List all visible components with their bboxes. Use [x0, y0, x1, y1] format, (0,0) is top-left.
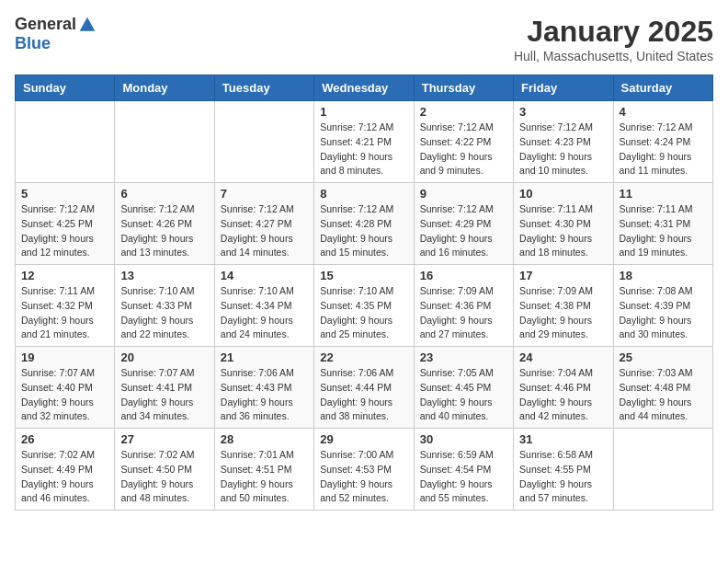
day-number: 11: [620, 187, 707, 201]
calendar-day-12: 12Sunrise: 7:11 AM Sunset: 4:32 PM Dayli…: [16, 265, 115, 347]
day-info: Sunrise: 7:06 AM Sunset: 4:43 PM Dayligh…: [221, 366, 308, 424]
calendar-day-16: 16Sunrise: 7:09 AM Sunset: 4:36 PM Dayli…: [414, 265, 513, 347]
day-info: Sunrise: 7:02 AM Sunset: 4:50 PM Dayligh…: [120, 448, 208, 506]
day-number: 14: [221, 269, 308, 282]
calendar-day-7: 7Sunrise: 7:12 AM Sunset: 4:27 PM Daylig…: [214, 183, 313, 265]
calendar-week-1: 1Sunrise: 7:12 AM Sunset: 4:21 PM Daylig…: [16, 101, 713, 183]
day-number: 17: [519, 269, 607, 282]
day-info: Sunrise: 7:12 AM Sunset: 4:29 PM Dayligh…: [420, 202, 507, 260]
day-info: Sunrise: 7:06 AM Sunset: 4:44 PM Dayligh…: [320, 366, 407, 424]
day-number: 26: [21, 432, 108, 446]
day-info: Sunrise: 7:10 AM Sunset: 4:35 PM Dayligh…: [320, 284, 407, 342]
day-info: Sunrise: 7:03 AM Sunset: 4:48 PM Dayligh…: [620, 366, 707, 424]
day-info: Sunrise: 7:12 AM Sunset: 4:28 PM Dayligh…: [320, 202, 407, 260]
calendar-day-2: 2Sunrise: 7:12 AM Sunset: 4:22 PM Daylig…: [414, 101, 513, 183]
day-info: Sunrise: 7:11 AM Sunset: 4:31 PM Dayligh…: [620, 202, 707, 260]
calendar-day-11: 11Sunrise: 7:11 AM Sunset: 4:31 PM Dayli…: [613, 183, 712, 265]
day-number: 5: [21, 187, 108, 201]
day-number: 27: [120, 432, 208, 446]
calendar-day-15: 15Sunrise: 7:10 AM Sunset: 4:35 PM Dayli…: [314, 265, 414, 347]
day-number: 10: [519, 187, 607, 201]
logo: General Blue: [15, 15, 97, 53]
day-info: Sunrise: 7:11 AM Sunset: 4:30 PM Dayligh…: [519, 202, 607, 260]
calendar-day-13: 13Sunrise: 7:10 AM Sunset: 4:33 PM Dayli…: [115, 265, 214, 347]
calendar-week-2: 5Sunrise: 7:12 AM Sunset: 4:25 PM Daylig…: [16, 183, 713, 265]
calendar-day-10: 10Sunrise: 7:11 AM Sunset: 4:30 PM Dayli…: [514, 183, 613, 265]
day-number: 24: [519, 350, 607, 364]
day-info: Sunrise: 7:08 AM Sunset: 4:39 PM Dayligh…: [620, 284, 707, 342]
calendar-day-29: 29Sunrise: 7:00 AM Sunset: 4:53 PM Dayli…: [314, 429, 414, 511]
day-number: 22: [320, 350, 407, 364]
calendar-week-3: 12Sunrise: 7:11 AM Sunset: 4:32 PM Dayli…: [16, 265, 713, 347]
day-number: 21: [221, 350, 308, 364]
weekday-header-friday: Friday: [514, 75, 613, 101]
weekday-header-row: SundayMondayTuesdayWednesdayThursdayFrid…: [16, 75, 713, 101]
weekday-header-thursday: Thursday: [414, 75, 513, 101]
calendar-empty-cell: [16, 101, 115, 183]
weekday-header-wednesday: Wednesday: [314, 75, 414, 101]
day-number: 8: [320, 187, 407, 201]
day-number: 28: [221, 432, 308, 446]
logo-icon: [78, 16, 97, 34]
day-info: Sunrise: 6:59 AM Sunset: 4:54 PM Dayligh…: [420, 448, 507, 506]
calendar-day-18: 18Sunrise: 7:08 AM Sunset: 4:39 PM Dayli…: [613, 265, 712, 347]
calendar-day-25: 25Sunrise: 7:03 AM Sunset: 4:48 PM Dayli…: [613, 347, 712, 429]
weekday-header-sunday: Sunday: [16, 75, 115, 101]
title-area: January 2025 Hull, Massachusetts, United…: [514, 15, 713, 63]
calendar-empty-cell: [115, 101, 214, 183]
page-header: General Blue January 2025 Hull, Massachu…: [15, 15, 713, 63]
day-number: 15: [320, 269, 407, 282]
calendar-day-5: 5Sunrise: 7:12 AM Sunset: 4:25 PM Daylig…: [16, 183, 115, 265]
day-number: 2: [420, 105, 507, 119]
svg-marker-0: [80, 17, 96, 30]
calendar-day-31: 31Sunrise: 6:58 AM Sunset: 4:55 PM Dayli…: [514, 429, 613, 511]
calendar-empty-cell: [214, 101, 313, 183]
calendar-day-19: 19Sunrise: 7:07 AM Sunset: 4:40 PM Dayli…: [16, 347, 115, 429]
weekday-header-tuesday: Tuesday: [214, 75, 313, 101]
day-info: Sunrise: 7:12 AM Sunset: 4:25 PM Dayligh…: [21, 202, 108, 260]
day-info: Sunrise: 6:58 AM Sunset: 4:55 PM Dayligh…: [519, 448, 607, 506]
calendar-day-9: 9Sunrise: 7:12 AM Sunset: 4:29 PM Daylig…: [414, 183, 513, 265]
day-number: 7: [221, 187, 308, 201]
day-info: Sunrise: 7:05 AM Sunset: 4:45 PM Dayligh…: [420, 366, 507, 424]
day-number: 9: [420, 187, 507, 201]
calendar-table: SundayMondayTuesdayWednesdayThursdayFrid…: [15, 75, 713, 511]
calendar-day-3: 3Sunrise: 7:12 AM Sunset: 4:23 PM Daylig…: [514, 101, 613, 183]
day-number: 18: [620, 269, 707, 282]
day-number: 31: [519, 432, 607, 446]
calendar-day-14: 14Sunrise: 7:10 AM Sunset: 4:34 PM Dayli…: [214, 265, 313, 347]
day-info: Sunrise: 7:12 AM Sunset: 4:23 PM Dayligh…: [519, 121, 607, 178]
day-info: Sunrise: 7:09 AM Sunset: 4:38 PM Dayligh…: [519, 284, 607, 342]
day-info: Sunrise: 7:12 AM Sunset: 4:21 PM Dayligh…: [320, 121, 407, 178]
day-info: Sunrise: 7:10 AM Sunset: 4:34 PM Dayligh…: [221, 284, 308, 342]
day-number: 1: [320, 105, 407, 119]
day-info: Sunrise: 7:07 AM Sunset: 4:41 PM Dayligh…: [120, 366, 208, 424]
calendar-day-26: 26Sunrise: 7:02 AM Sunset: 4:49 PM Dayli…: [16, 429, 115, 511]
day-number: 12: [21, 269, 108, 282]
logo-blue-text: Blue: [15, 34, 51, 53]
logo-general-text: General: [15, 15, 76, 34]
month-title: January 2025: [514, 15, 713, 49]
day-number: 3: [519, 105, 607, 119]
day-number: 19: [21, 350, 108, 364]
day-info: Sunrise: 7:12 AM Sunset: 4:22 PM Dayligh…: [420, 121, 507, 178]
day-info: Sunrise: 7:01 AM Sunset: 4:51 PM Dayligh…: [221, 448, 308, 506]
calendar-day-21: 21Sunrise: 7:06 AM Sunset: 4:43 PM Dayli…: [214, 347, 313, 429]
day-info: Sunrise: 7:04 AM Sunset: 4:46 PM Dayligh…: [519, 366, 607, 424]
calendar-day-20: 20Sunrise: 7:07 AM Sunset: 4:41 PM Dayli…: [115, 347, 214, 429]
calendar-week-5: 26Sunrise: 7:02 AM Sunset: 4:49 PM Dayli…: [16, 429, 713, 511]
calendar-day-27: 27Sunrise: 7:02 AM Sunset: 4:50 PM Dayli…: [115, 429, 214, 511]
day-info: Sunrise: 7:12 AM Sunset: 4:27 PM Dayligh…: [221, 202, 308, 260]
day-info: Sunrise: 7:02 AM Sunset: 4:49 PM Dayligh…: [21, 448, 108, 506]
calendar-week-4: 19Sunrise: 7:07 AM Sunset: 4:40 PM Dayli…: [16, 347, 713, 429]
location-title: Hull, Massachusetts, United States: [514, 49, 713, 63]
day-info: Sunrise: 7:00 AM Sunset: 4:53 PM Dayligh…: [320, 448, 407, 506]
day-number: 6: [120, 187, 208, 201]
day-number: 13: [120, 269, 208, 282]
day-number: 16: [420, 269, 507, 282]
calendar-day-28: 28Sunrise: 7:01 AM Sunset: 4:51 PM Dayli…: [214, 429, 313, 511]
day-number: 25: [620, 350, 707, 364]
calendar-day-1: 1Sunrise: 7:12 AM Sunset: 4:21 PM Daylig…: [314, 101, 414, 183]
calendar-day-6: 6Sunrise: 7:12 AM Sunset: 4:26 PM Daylig…: [115, 183, 214, 265]
day-info: Sunrise: 7:11 AM Sunset: 4:32 PM Dayligh…: [21, 284, 108, 342]
